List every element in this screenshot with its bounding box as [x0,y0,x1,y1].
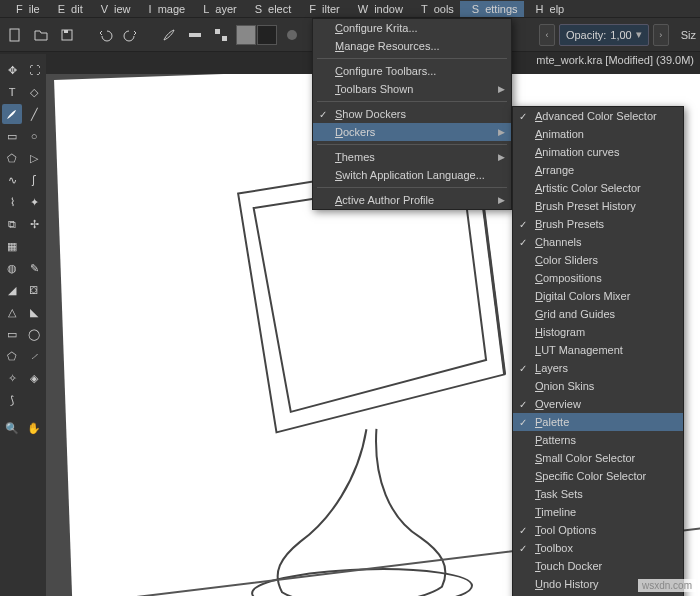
caret-icon: ▾ [636,28,642,41]
brush-tool-button[interactable] [158,24,180,46]
menu-item-label: Manage Resources... [335,40,440,52]
check-icon: ✓ [519,417,527,428]
measure-tool[interactable]: ◣ [24,302,44,322]
dockers-item-compositions[interactable]: Compositions [513,269,683,287]
dockers-item-overview[interactable]: ✓Overview [513,395,683,413]
gradient-button[interactable] [184,24,206,46]
color-swatches[interactable] [236,25,277,45]
dockers-item-color-sliders[interactable]: Color Sliders [513,251,683,269]
select-ellipse-tool[interactable]: ◯ [24,324,44,344]
pattern-button[interactable] [210,24,232,46]
menu-file[interactable]: File [4,1,46,17]
menu-edit[interactable]: Edit [46,1,89,17]
dockers-item-digital-colors-mixer[interactable]: Digital Colors Mixer [513,287,683,305]
brush-tool[interactable] [2,104,22,124]
pan-tool[interactable]: ✋ [24,418,44,438]
menu-layer[interactable]: Layer [191,1,243,17]
menu-item-label: LUT Management [535,344,623,356]
settings-item-dockers[interactable]: Dockers▶ [313,123,511,141]
dockers-item-toolbox[interactable]: ✓Toolbox [513,539,683,557]
line-tool[interactable]: ╱ [24,104,44,124]
assistant-tool[interactable]: △ [2,302,22,322]
settings-item-switch-application-language[interactable]: Switch Application Language... [313,166,511,184]
opacity-increase[interactable]: › [653,24,669,46]
fill-tool[interactable]: ◍ [2,258,22,278]
menu-select[interactable]: Select [243,1,298,17]
brush-preset-button[interactable] [281,24,303,46]
settings-item-manage-resources[interactable]: Manage Resources... [313,37,511,55]
select-bezier-tool[interactable]: ⟆ [2,390,22,410]
move-layer-tool[interactable]: ✢ [24,214,44,234]
dockers-item-histogram[interactable]: Histogram [513,323,683,341]
save-file-button[interactable] [56,24,78,46]
redo-button[interactable] [120,24,142,46]
dockers-item-small-color-selector[interactable]: Small Color Selector [513,449,683,467]
edit-shapes-tool[interactable]: ◇ [24,82,44,102]
move-tool[interactable]: ✥ [2,60,22,80]
settings-item-themes[interactable]: Themes▶ [313,148,511,166]
fg-color-swatch[interactable] [236,25,256,45]
menu-item-label: Animation curves [535,146,619,158]
dockers-item-arrange[interactable]: Arrange [513,161,683,179]
polyline-tool[interactable]: ▷ [24,148,44,168]
select-rect-tool[interactable]: ▭ [2,324,22,344]
select-similar-tool[interactable]: ◈ [24,368,44,388]
dockers-item-grid-and-guides[interactable]: Grid and Guides [513,305,683,323]
undo-button[interactable] [94,24,116,46]
menu-tools[interactable]: Tools [409,1,460,17]
freehand-path-tool[interactable]: ʃ [24,170,44,190]
dockers-item-advanced-color-selector[interactable]: ✓Advanced Color Selector [513,107,683,125]
dockers-item-onion-skins[interactable]: Onion Skins [513,377,683,395]
dockers-item-tool-options[interactable]: ✓Tool Options [513,521,683,539]
opacity-slider[interactable]: Opacity: 1,00 ▾ [559,24,649,46]
dynamic-brush-tool[interactable]: ⌇ [2,192,22,212]
dockers-item-patterns[interactable]: Patterns [513,431,683,449]
select-free-tool[interactable]: ⟋ [24,346,44,366]
menu-window[interactable]: Window [346,1,409,17]
new-file-button[interactable] [4,24,26,46]
menu-filter[interactable]: Filter [297,1,345,17]
transform-tool[interactable]: ⛶ [24,60,44,80]
menu-help[interactable]: Help [524,1,571,17]
open-file-button[interactable] [30,24,52,46]
rect-tool[interactable]: ▭ [2,126,22,146]
zoom-tool[interactable]: 🔍 [2,418,22,438]
settings-item-toolbars-shown[interactable]: Toolbars Shown▶ [313,80,511,98]
color-picker-tool[interactable]: ✎ [24,258,44,278]
crop-tool[interactable]: ⧉ [2,214,22,234]
dockers-item-artistic-color-selector[interactable]: Artistic Color Selector [513,179,683,197]
dockers-item-touch-docker[interactable]: Touch Docker [513,557,683,575]
dockers-item-palette[interactable]: ✓Palette [513,413,683,431]
size-label: Siz [681,29,696,41]
settings-item-configure-krita[interactable]: Configure Krita... [313,19,511,37]
multibrush-tool[interactable]: ✦ [24,192,44,212]
dockers-item-animation[interactable]: Animation [513,125,683,143]
menu-view[interactable]: View [89,1,137,17]
bezier-tool[interactable]: ∿ [2,170,22,190]
dockers-item-brush-preset-history[interactable]: Brush Preset History [513,197,683,215]
dockers-item-specific-color-selector[interactable]: Specific Color Selector [513,467,683,485]
bg-color-swatch[interactable] [257,25,277,45]
menu-image[interactable]: Image [137,1,192,17]
ellipse-tool[interactable]: ○ [24,126,44,146]
settings-item-configure-toolbars[interactable]: Configure Toolbars... [313,62,511,80]
settings-item-active-author-profile[interactable]: Active Author Profile▶ [313,191,511,209]
menu-settings[interactable]: Settings [460,1,524,17]
dockers-item-layers[interactable]: ✓Layers [513,359,683,377]
polygon-tool[interactable]: ⬠ [2,148,22,168]
settings-item-show-dockers[interactable]: ✓Show Dockers [313,105,511,123]
dockers-item-channels[interactable]: ✓Channels [513,233,683,251]
dockers-item-timeline[interactable]: Timeline [513,503,683,521]
dockers-item-animation-curves[interactable]: Animation curves [513,143,683,161]
deform-tool[interactable]: ▦ [2,236,22,256]
select-polygon-tool[interactable]: ⬠ [2,346,22,366]
opacity-decrease[interactable]: ‹ [539,24,555,46]
svg-rect-2 [64,30,68,33]
gradient-tool[interactable]: ◢ [2,280,22,300]
text-tool[interactable]: T [2,82,22,102]
dockers-item-task-sets[interactable]: Task Sets [513,485,683,503]
dockers-item-lut-management[interactable]: LUT Management [513,341,683,359]
pattern-edit-tool[interactable]: ⛋ [24,280,44,300]
select-contiguous-tool[interactable]: ✧ [2,368,22,388]
dockers-item-brush-presets[interactable]: ✓Brush Presets [513,215,683,233]
